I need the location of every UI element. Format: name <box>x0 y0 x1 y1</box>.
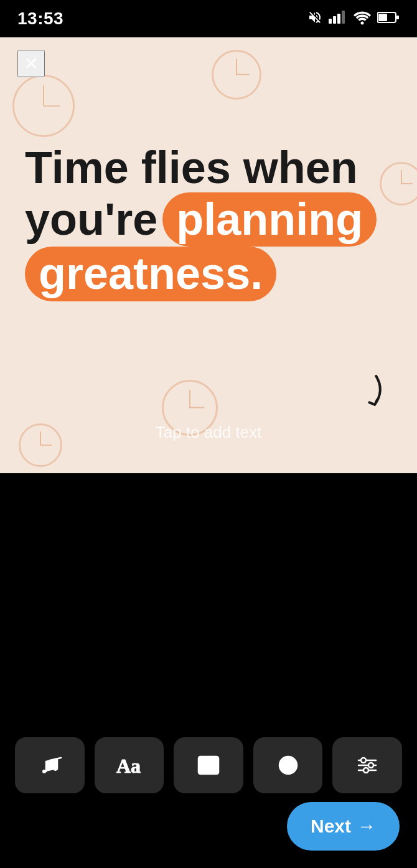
svg-point-14 <box>287 764 289 767</box>
highlight-planning: planning <box>162 192 377 247</box>
next-button-label: Next <box>311 816 351 837</box>
music-tool-button[interactable] <box>15 737 85 793</box>
bottom-area: Aa <box>0 473 417 868</box>
next-button[interactable]: Next → <box>287 802 400 851</box>
image-tool-button[interactable] <box>174 737 243 793</box>
svg-point-20 <box>363 768 368 773</box>
mute-icon <box>307 10 322 27</box>
next-arrow-icon: → <box>357 816 376 837</box>
curl-arrow-icon <box>344 368 396 427</box>
svg-rect-3 <box>342 11 345 24</box>
clock-decoration-1 <box>12 75 75 137</box>
canvas-area[interactable]: Time flies when you'replanning greatness… <box>0 37 417 473</box>
svg-point-9 <box>54 767 57 771</box>
svg-point-8 <box>42 770 46 773</box>
highlight-greatness: greatness. <box>25 247 276 301</box>
svg-point-4 <box>361 22 364 25</box>
text-tool-button[interactable]: Aa <box>95 737 164 793</box>
svg-rect-6 <box>378 14 387 21</box>
status-bar: 13:53 <box>0 0 417 37</box>
svg-rect-2 <box>337 14 340 24</box>
svg-rect-0 <box>329 19 332 24</box>
svg-point-12 <box>202 760 206 764</box>
svg-point-18 <box>361 758 366 763</box>
sticker-tool-button[interactable] <box>253 737 323 793</box>
status-time: 13:53 <box>17 9 63 29</box>
clock-decoration-2 <box>212 50 261 100</box>
headline: Time flies when you'replanning greatness… <box>25 143 392 301</box>
wifi-icon <box>354 10 371 27</box>
svg-point-19 <box>368 763 373 768</box>
toolbar: Aa <box>0 737 417 793</box>
svg-rect-7 <box>396 16 399 19</box>
close-button[interactable]: × <box>17 50 45 77</box>
tap-to-add-label[interactable]: Tap to add text <box>0 423 417 442</box>
headline-line1: Time flies when <box>25 143 358 192</box>
svg-rect-1 <box>333 16 336 24</box>
svg-text:Aa: Aa <box>116 755 141 777</box>
main-text: Time flies when you'replanning greatness… <box>25 143 392 301</box>
headline-line2-prefix: you're <box>25 194 157 244</box>
filter-tool-button[interactable] <box>332 737 402 793</box>
signal-icon <box>329 10 347 27</box>
battery-icon <box>377 11 400 26</box>
status-icons <box>307 10 400 27</box>
svg-rect-11 <box>199 757 218 774</box>
